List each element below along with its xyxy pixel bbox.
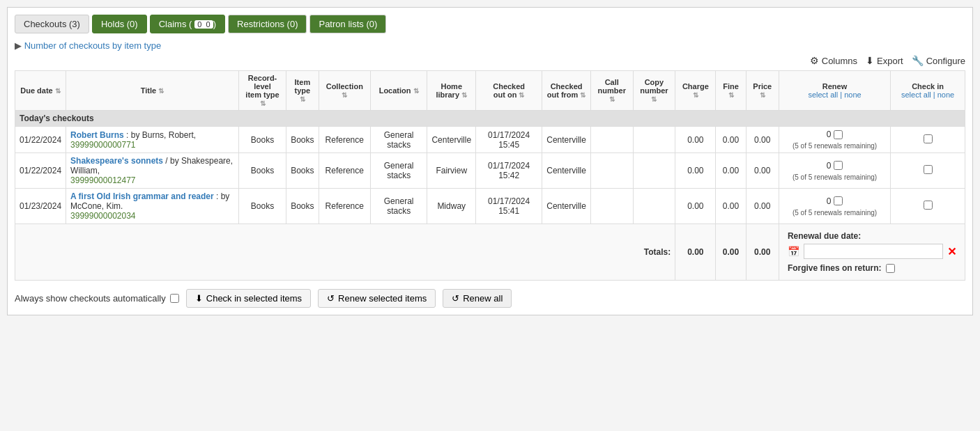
col-item-type[interactable]: Itemtype ⇅ bbox=[286, 71, 319, 111]
barcode-link-1[interactable]: 39999000000771 bbox=[70, 140, 135, 150]
tab-patron-lists[interactable]: Patron lists (0) bbox=[309, 15, 386, 33]
col-location-label: Location bbox=[379, 86, 411, 95]
copy-number-2 bbox=[633, 153, 675, 189]
collection-1: Reference bbox=[319, 127, 370, 153]
table-row: 01/22/2024 Robert Burns : by Burns, Robe… bbox=[15, 127, 965, 153]
table-row: 01/22/2024 Shakespeare's sonnets / by Sh… bbox=[15, 153, 965, 189]
forgive-fines-label: Forgive fines on return: bbox=[788, 263, 882, 273]
configure-label: Configure bbox=[926, 56, 965, 66]
tab-checkouts[interactable]: Checkouts (3) bbox=[15, 15, 89, 33]
renewal-section-cell: Renewal due date: 📅 ✕ Forgive fines on r… bbox=[779, 224, 965, 281]
sort-icon-title: ⇅ bbox=[158, 87, 164, 95]
sort-icon-price: ⇅ bbox=[760, 91, 765, 99]
checkin-none[interactable]: none bbox=[937, 91, 954, 99]
col-collection[interactable]: Collection ⇅ bbox=[319, 71, 370, 111]
col-renew: Renew select all | none bbox=[779, 71, 890, 111]
col-renew-label: Renew bbox=[822, 82, 847, 91]
checkin-select-all[interactable]: select all bbox=[901, 91, 931, 99]
renew-select-all[interactable]: select all bbox=[808, 91, 838, 99]
col-fine[interactable]: Fine ⇅ bbox=[716, 71, 746, 111]
col-call-number[interactable]: Callnumber ⇅ bbox=[590, 71, 633, 111]
col-title[interactable]: Title ⇅ bbox=[66, 71, 239, 111]
totals-row: Totals: 0.00 0.00 0.00 Renewal due date:… bbox=[15, 224, 965, 281]
col-item-type-label: Itemtype bbox=[295, 78, 311, 95]
checkin-checkbox-3[interactable] bbox=[924, 201, 933, 210]
checked-out-on-3: 01/17/2024 15:41 bbox=[476, 189, 542, 224]
renewal-date-input[interactable] bbox=[804, 244, 943, 259]
tab-restrictions-label: Restrictions (0) bbox=[237, 19, 298, 29]
renew-none[interactable]: none bbox=[844, 91, 861, 99]
checkin-cell-2 bbox=[891, 153, 965, 189]
renew-all-label: Renew all bbox=[463, 293, 503, 304]
configure-button[interactable]: 🔧 Configure bbox=[912, 55, 965, 66]
renewal-due-date-label: Renewal due date: bbox=[788, 231, 956, 241]
renew-checkbox-2[interactable] bbox=[834, 161, 843, 170]
renew-select-links: select all | none bbox=[808, 91, 861, 99]
check-in-selected-button[interactable]: ⬇ Check in selected items bbox=[186, 289, 311, 308]
sort-icon-due-date: ⇅ bbox=[55, 87, 61, 95]
col-due-date[interactable]: Due date ⇅ bbox=[15, 71, 66, 111]
col-charge[interactable]: Charge ⇅ bbox=[675, 71, 716, 111]
item-type-1: Books bbox=[286, 127, 319, 153]
tab-holds[interactable]: Holds (0) bbox=[92, 15, 147, 33]
col-copy-number-label: Copynumber bbox=[640, 78, 668, 95]
totals-label: Totals: bbox=[15, 224, 675, 281]
renew-selected-button[interactable]: ↺ Renew selected items bbox=[318, 289, 436, 308]
record-type-1: Books bbox=[238, 127, 286, 153]
barcode-link-3[interactable]: 39999000002034 bbox=[70, 211, 135, 221]
always-show-checkbox[interactable] bbox=[170, 294, 179, 303]
tab-claims-label: Claims (0 0) bbox=[159, 19, 216, 29]
wrench-icon: 🔧 bbox=[912, 55, 924, 66]
price-2: 0.00 bbox=[746, 153, 779, 189]
col-home-library[interactable]: Homelibrary ⇅ bbox=[427, 71, 476, 111]
renew-checkbox-3[interactable] bbox=[834, 196, 843, 205]
col-checked-out-on[interactable]: Checkedout on ⇅ bbox=[476, 71, 542, 111]
checkin-cell-1 bbox=[891, 127, 965, 153]
col-fine-label: Fine bbox=[723, 82, 739, 91]
home-library-2: Fairview bbox=[427, 153, 476, 189]
barcode-link-2[interactable]: 39999000012477 bbox=[70, 175, 135, 185]
renewal-input-row: 📅 ✕ bbox=[788, 244, 956, 259]
col-call-number-label: Callnumber bbox=[598, 78, 626, 95]
title-link-3[interactable]: A first Old Irish grammar and reader bbox=[70, 191, 214, 201]
title-cell-3: A first Old Irish grammar and reader : b… bbox=[66, 189, 239, 224]
columns-button[interactable]: ⚙ Columns bbox=[810, 55, 857, 66]
location-1: General stacks bbox=[370, 127, 427, 153]
checkouts-by-type[interactable]: Number of checkouts by item type bbox=[15, 40, 965, 51]
export-button[interactable]: ⬇ Export bbox=[866, 55, 903, 66]
charge-3: 0.00 bbox=[675, 189, 716, 224]
col-home-library-label: Homelibrary bbox=[436, 82, 462, 99]
claims-badge-nums: 0 0 bbox=[194, 20, 213, 29]
item-type-2: Books bbox=[286, 153, 319, 189]
col-check-in-label: Check in bbox=[912, 82, 944, 91]
renew-all-button[interactable]: ↺ Renew all bbox=[443, 289, 512, 308]
renewal-section: Renewal due date: 📅 ✕ Forgive fines on r… bbox=[783, 227, 960, 277]
col-charge-label: Charge bbox=[682, 82, 709, 91]
renew-checkbox-1[interactable] bbox=[834, 130, 843, 139]
col-location[interactable]: Location ⇅ bbox=[370, 71, 427, 111]
renewal-clear-button[interactable]: ✕ bbox=[947, 245, 956, 258]
title-link-1[interactable]: Robert Burns bbox=[70, 130, 124, 140]
col-copy-number[interactable]: Copynumber ⇅ bbox=[633, 71, 675, 111]
tab-restrictions[interactable]: Restrictions (0) bbox=[228, 15, 307, 33]
forgive-fines-checkbox[interactable] bbox=[886, 264, 895, 273]
sort-icon-home-library: ⇅ bbox=[461, 91, 467, 99]
tab-holds-label: Holds (0) bbox=[101, 19, 138, 29]
col-check-in: Check in select all | none bbox=[891, 71, 965, 111]
col-record-level-item-type[interactable]: Record-levelitem type ⇅ bbox=[238, 71, 286, 111]
col-checked-out-from[interactable]: Checkedout from ⇅ bbox=[542, 71, 591, 111]
col-price[interactable]: Price ⇅ bbox=[746, 71, 779, 111]
record-type-2: Books bbox=[238, 153, 286, 189]
checkin-checkbox-2[interactable] bbox=[924, 165, 933, 174]
renew-count-1: 0 bbox=[827, 130, 832, 139]
sort-icon-checked-out-on: ⇅ bbox=[519, 91, 524, 99]
title-link-2[interactable]: Shakespeare's sonnets bbox=[70, 156, 163, 166]
title-cell-1: Robert Burns : by Burns, Robert, 3999900… bbox=[66, 127, 239, 153]
sort-icon-collection: ⇅ bbox=[342, 91, 347, 99]
tab-claims[interactable]: Claims (0 0) bbox=[150, 15, 225, 33]
checkouts-by-type-label: Number of checkouts by item type bbox=[24, 40, 162, 51]
checkin-cell-3 bbox=[891, 189, 965, 224]
checkin-checkbox-1[interactable] bbox=[924, 134, 933, 143]
renewals-remaining-2: (5 of 5 renewals remaining) bbox=[793, 173, 877, 181]
checked-out-from-2: Centerville bbox=[542, 153, 591, 189]
